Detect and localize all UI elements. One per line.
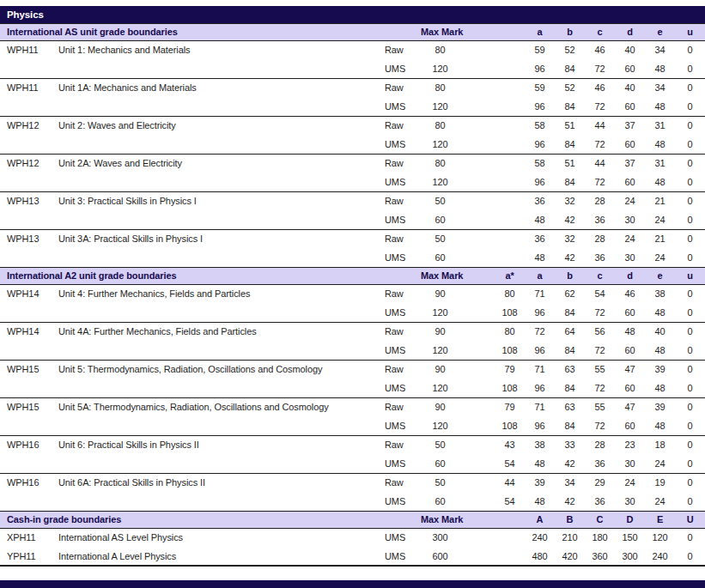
spacer-cell — [459, 23, 495, 40]
unit-code-cell: WPH16 — [0, 435, 52, 454]
grade-value-cell: 42 — [555, 492, 585, 511]
grade-value-cell: 54 — [585, 284, 615, 303]
grade-column-header — [495, 511, 525, 528]
grade-value-cell: 300 — [615, 547, 645, 566]
grade-value-cell: 72 — [525, 322, 555, 341]
unit-code-cell — [0, 59, 52, 78]
unit-title-cell — [52, 454, 378, 473]
unit-data-row: UMS12010896847260480 — [0, 341, 705, 360]
mark-type-cell: Raw — [378, 154, 421, 173]
unit-code-cell: WPH13 — [0, 191, 52, 210]
mark-type-cell: UMS — [378, 59, 421, 78]
max-mark-cell: 120 — [421, 59, 459, 78]
subject-title-row: Physics — [0, 6, 705, 23]
grade-column-header: a — [525, 267, 555, 284]
grade-value-cell: 34 — [645, 40, 675, 59]
grade-value-cell — [495, 78, 525, 97]
grade-value-cell: 0 — [675, 416, 705, 435]
grade-value-cell: 108 — [495, 303, 525, 322]
spacer-cell — [459, 191, 495, 210]
unit-title-cell — [52, 341, 378, 360]
spacer-cell — [459, 379, 495, 397]
grade-value-cell: 72 — [585, 59, 615, 78]
mark-type-cell: Raw — [378, 473, 421, 492]
unit-data-row: UMS6048423630240 — [0, 210, 705, 229]
unit-title-cell — [52, 492, 378, 511]
grade-column-header: u — [675, 23, 705, 40]
grade-value-cell: 0 — [675, 492, 705, 511]
grade-value-cell: 48 — [645, 173, 675, 191]
mark-type-cell: UMS — [378, 173, 421, 191]
unit-code-cell: WPH11 — [0, 40, 52, 59]
unit-code-cell: WPH12 — [0, 116, 52, 135]
grade-value-cell: 40 — [645, 322, 675, 341]
grade-value-cell: 21 — [645, 229, 675, 248]
grade-value-cell: 72 — [585, 341, 615, 360]
grade-column-header: E — [645, 511, 675, 528]
grade-value-cell: 23 — [615, 435, 645, 454]
unit-data-row: WPH16Unit 6A: Practical Skills in Physic… — [0, 473, 705, 492]
max-mark-cell: 120 — [421, 379, 459, 397]
grade-value-cell: 62 — [555, 284, 585, 303]
grade-value-cell — [495, 154, 525, 173]
grade-value-cell: 0 — [675, 40, 705, 59]
unit-title-cell — [52, 303, 378, 322]
unit-code-cell: WPH14 — [0, 322, 52, 341]
grade-value-cell: 58 — [525, 116, 555, 135]
mark-type-cell: UMS — [378, 416, 421, 435]
grade-value-cell: 47 — [615, 397, 645, 416]
grade-value-cell: 0 — [675, 135, 705, 154]
grade-value-cell: 30 — [615, 210, 645, 229]
grade-column-header: u — [675, 267, 705, 284]
grade-value-cell: 79 — [495, 397, 525, 416]
unit-data-row: WPH13Unit 3A: Practical Skills in Physic… — [0, 229, 705, 248]
grade-value-cell: 21 — [645, 191, 675, 210]
max-mark-cell: 120 — [421, 416, 459, 435]
unit-title-cell — [52, 173, 378, 191]
grade-value-cell: 51 — [555, 154, 585, 173]
section-header-row: International AS unit grade boundariesMa… — [0, 23, 705, 40]
max-mark-cell: 60 — [421, 210, 459, 229]
grade-value-cell: 96 — [525, 173, 555, 191]
mark-type-cell: Raw — [378, 284, 421, 303]
grade-value-cell: 0 — [675, 435, 705, 454]
grade-value-cell: 46 — [585, 78, 615, 97]
grade-value-cell: 0 — [675, 322, 705, 341]
grade-value-cell: 39 — [645, 397, 675, 416]
mark-type-cell: Raw — [378, 191, 421, 210]
grade-value-cell: 29 — [585, 473, 615, 492]
grade-column-header: a — [525, 23, 555, 40]
grade-value-cell: 108 — [495, 379, 525, 397]
mark-type-cell: Raw — [378, 360, 421, 379]
grade-value-cell: 55 — [585, 397, 615, 416]
grade-column-header: a* — [495, 267, 525, 284]
grade-value-cell: 0 — [675, 360, 705, 379]
mark-type-cell: UMS — [378, 379, 421, 397]
grade-value-cell: 60 — [615, 97, 645, 116]
unit-code-cell: WPH16 — [0, 473, 52, 492]
max-mark-cell: 80 — [421, 40, 459, 59]
grade-value-cell: 44 — [585, 154, 615, 173]
grade-value-cell: 54 — [495, 454, 525, 473]
grade-value-cell: 71 — [525, 397, 555, 416]
grade-value-cell: 38 — [525, 435, 555, 454]
grade-value-cell: 39 — [645, 360, 675, 379]
mark-type-cell: UMS — [378, 454, 421, 473]
unit-title-cell — [52, 379, 378, 397]
unit-title-cell — [52, 97, 378, 116]
unit-title-cell — [52, 248, 378, 267]
grade-value-cell: 84 — [555, 303, 585, 322]
grade-value-cell: 60 — [615, 59, 645, 78]
mark-type-cell: UMS — [378, 492, 421, 511]
grade-column-header: e — [645, 267, 675, 284]
unit-data-row: WPH15Unit 5A: Thermodynamics, Radiation,… — [0, 397, 705, 416]
grade-value-cell — [495, 528, 525, 547]
grade-value-cell: 48 — [645, 379, 675, 397]
grade-value-cell — [495, 210, 525, 229]
grade-value-cell: 60 — [615, 173, 645, 191]
mark-type-cell: UMS — [378, 528, 421, 547]
mark-type-cell: Raw — [378, 40, 421, 59]
grade-value-cell: 37 — [615, 116, 645, 135]
grade-value-cell: 0 — [675, 397, 705, 416]
spacer-cell — [459, 248, 495, 267]
